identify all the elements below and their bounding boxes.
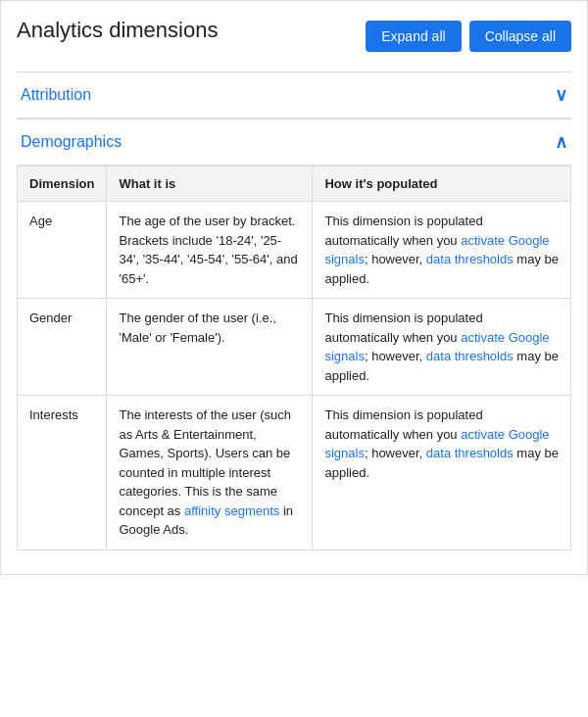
what-age: The age of the user by bracket. Brackets… [107, 202, 313, 299]
how-gender-middle: ; however, [365, 349, 426, 363]
how-interests: This dimension is populated automaticall… [313, 396, 571, 550]
attribution-section-header[interactable]: Attribution ∨ [17, 72, 571, 119]
data-thresholds-link-gender[interactable]: data thresholds [426, 349, 514, 363]
table-row: Age The age of the user by bracket. Brac… [18, 202, 571, 299]
demographics-section: Demographics ∧ Dimension What it is How … [17, 119, 571, 550]
how-interests-prefix: This dimension is populated automaticall… [324, 407, 482, 442]
data-thresholds-link-age[interactable]: data thresholds [426, 252, 514, 266]
table-row: Gender The gender of the user (i.e., 'Ma… [18, 299, 571, 396]
page-container: Analytics dimensions Expand all Collapse… [0, 0, 588, 575]
attribution-section-title: Attribution [21, 86, 91, 104]
header-row: Analytics dimensions Expand all Collapse… [17, 17, 571, 52]
collapse-all-button[interactable]: Collapse all [469, 21, 571, 52]
how-age-prefix: This dimension is populated automaticall… [324, 214, 482, 248]
attribution-section: Attribution ∨ [17, 72, 571, 119]
page-title: Analytics dimensions [17, 17, 218, 45]
expand-all-button[interactable]: Expand all [366, 21, 461, 52]
col-header-what: What it is [107, 167, 313, 202]
button-group: Expand all Collapse all [366, 21, 571, 52]
what-interests-prefix: The interests of the user (such as Arts … [119, 407, 291, 518]
how-age: This dimension is populated automaticall… [313, 202, 571, 299]
dimension-interests: Interests [18, 396, 107, 550]
how-gender: This dimension is populated automaticall… [313, 299, 571, 396]
demographics-section-title: Demographics [21, 133, 122, 151]
how-gender-prefix: This dimension is populated automaticall… [324, 311, 482, 345]
dimension-age: Age [18, 202, 107, 299]
table-row: Interests The interests of the user (suc… [18, 396, 571, 550]
affinity-segments-link[interactable]: affinity segments [184, 503, 279, 518]
col-header-how: How it's populated [313, 167, 571, 202]
attribution-chevron: ∨ [555, 84, 567, 106]
dimensions-table: Dimension What it is How it's populated … [17, 166, 571, 550]
what-interests: The interests of the user (such as Arts … [107, 396, 313, 550]
table-header-row: Dimension What it is How it's populated [18, 167, 571, 202]
col-header-dimension: Dimension [18, 167, 107, 202]
data-thresholds-link-interests[interactable]: data thresholds [426, 446, 514, 460]
how-age-middle: ; however, [365, 252, 426, 266]
demographics-chevron: ∧ [555, 131, 567, 153]
how-interests-middle: ; however, [365, 446, 426, 460]
dimension-gender: Gender [18, 299, 107, 396]
demographics-section-header[interactable]: Demographics ∧ [17, 120, 571, 166]
demographics-section-content: Dimension What it is How it's populated … [17, 166, 571, 550]
what-gender: The gender of the user (i.e., 'Male' or … [107, 299, 313, 396]
